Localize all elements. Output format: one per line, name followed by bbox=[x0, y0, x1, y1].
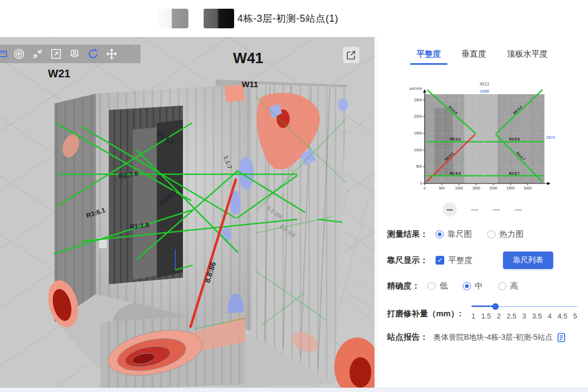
chart-carousel bbox=[387, 202, 577, 217]
pan-icon[interactable] bbox=[102, 45, 121, 63]
control-panel: 平整度 垂直度 顶板水平度 05001000150020002500300005… bbox=[376, 37, 588, 388]
radio-precision-medium-label: 中 bbox=[475, 281, 483, 291]
svg-text:0: 0 bbox=[420, 181, 422, 185]
radio-icon[interactable] bbox=[427, 282, 436, 290]
app-root: 4栋-3层-初测-5站点(1) bbox=[0, 0, 588, 392]
scan-thumbnail-dark bbox=[204, 9, 234, 28]
checkbox-icon[interactable]: ✓ bbox=[436, 256, 444, 265]
carousel-page-2[interactable] bbox=[471, 209, 479, 211]
svg-text:3486: 3486 bbox=[480, 89, 489, 94]
radio-icon[interactable] bbox=[463, 282, 471, 290]
ruler-list-button[interactable]: 靠尺列表 bbox=[503, 252, 553, 269]
polish-row: 打磨修补量（mm）: 1 1.5 2 2.5 3 3.5 4 4.5 5 bbox=[387, 303, 577, 320]
svg-text:R2:6.7: R2:6.7 bbox=[509, 171, 519, 175]
viewport-toolbar bbox=[0, 45, 140, 63]
precision-row: 精确度： 低 中 高 bbox=[387, 281, 577, 291]
site-report-label: 站点报告： bbox=[387, 332, 428, 342]
orbit-camera-icon[interactable] bbox=[65, 45, 84, 63]
svg-text:R4:5.8: R4:5.8 bbox=[509, 137, 519, 141]
checkbox-flatness-label: 平整度 bbox=[448, 255, 473, 266]
site-report-name: 奥体誉院B地块-4栋-3层-初测-5站点 bbox=[433, 333, 553, 342]
tick-label: 5 bbox=[573, 312, 577, 320]
radio-ruler-chart-label: 靠尺图 bbox=[448, 229, 472, 240]
polish-slider: 1 1.5 2 2.5 3 3.5 4 4.5 5 bbox=[471, 303, 577, 320]
fullscreen-icon[interactable] bbox=[47, 45, 65, 63]
measure-result-label: 测量结果： bbox=[387, 229, 428, 240]
svg-text:2500: 2500 bbox=[414, 98, 422, 102]
radio-ruler-chart[interactable]: 靠尺图 bbox=[436, 229, 472, 240]
wall-label-w21: W21 bbox=[48, 68, 70, 80]
tick-label: 4.5 bbox=[558, 312, 567, 320]
ruler-icon[interactable] bbox=[0, 45, 10, 63]
checkbox-flatness[interactable]: ✓ 平整度 bbox=[436, 255, 473, 266]
radio-icon[interactable] bbox=[498, 282, 506, 290]
panel-tabs: 平整度 垂直度 顶板水平度 bbox=[387, 49, 577, 65]
tick-label: 3.5 bbox=[532, 312, 542, 320]
carousel-page-4[interactable] bbox=[514, 209, 522, 211]
tab-ceiling-level[interactable]: 顶板水平度 bbox=[507, 49, 548, 65]
tick-label: 4 bbox=[548, 312, 552, 320]
report-document-icon[interactable] bbox=[557, 333, 566, 342]
svg-text:1000: 1000 bbox=[455, 186, 463, 190]
svg-text:1500: 1500 bbox=[472, 186, 480, 190]
polish-label: 打磨修补量（mm）: bbox=[387, 309, 462, 319]
radio-precision-high-label: 高 bbox=[510, 281, 518, 291]
viewport-3d[interactable]: W21 W41 W11 R2:7.6 R6:5.5 R3:6.1 R1:1.8 … bbox=[0, 37, 375, 388]
tab-verticality[interactable]: 垂直度 bbox=[462, 49, 486, 65]
tick-label: 1 bbox=[471, 312, 475, 320]
measure-result-row: 测量结果： 靠尺图 热力图 bbox=[387, 229, 577, 240]
radio-precision-low-label: 低 bbox=[439, 281, 448, 291]
slider-track[interactable] bbox=[471, 303, 577, 310]
svg-text:0: 0 bbox=[424, 186, 426, 190]
collapse-icon[interactable] bbox=[28, 45, 47, 63]
wall-measurement-chart: 0500100015002000250030000500100015002000… bbox=[408, 80, 556, 193]
ruler-display-row: 靠尺显示： ✓ 平整度 靠尺列表 bbox=[387, 252, 577, 269]
svg-text:2500: 2500 bbox=[506, 186, 514, 190]
radio-precision-high[interactable]: 高 bbox=[498, 281, 518, 291]
site-report-row: 站点报告： 奥体誉院B地块-4栋-3层-初测-5站点 bbox=[387, 332, 577, 342]
svg-text:R1:6.5: R1:6.5 bbox=[450, 171, 461, 175]
tick-label: 3 bbox=[522, 312, 526, 320]
radio-precision-low[interactable]: 低 bbox=[427, 281, 448, 291]
svg-text:2674: 2674 bbox=[546, 135, 555, 140]
svg-text:1000: 1000 bbox=[414, 148, 422, 152]
ruler-display-label: 靠尺显示： bbox=[387, 255, 428, 266]
carousel-page-1[interactable] bbox=[443, 203, 457, 217]
radio-precision-medium[interactable]: 中 bbox=[463, 281, 483, 291]
bottom-strip bbox=[0, 388, 588, 392]
svg-text:R5:3.0: R5:3.0 bbox=[450, 137, 461, 141]
room-scan-render bbox=[0, 37, 375, 388]
radio-icon[interactable] bbox=[487, 230, 495, 238]
slider-thumb[interactable] bbox=[492, 303, 499, 310]
tick-label: 1.5 bbox=[481, 312, 491, 320]
export-icon[interactable] bbox=[343, 47, 359, 63]
slider-tick-labels: 1 1.5 2 2.5 3 3.5 4 4.5 5 bbox=[471, 312, 577, 320]
title-bar: 4栋-3层-初测-5站点(1) bbox=[0, 0, 588, 37]
radio-icon[interactable] bbox=[436, 230, 444, 238]
svg-text:500: 500 bbox=[416, 164, 422, 168]
tick-label: 2.5 bbox=[506, 312, 516, 320]
svg-text:3000: 3000 bbox=[524, 186, 532, 190]
svg-text:W11: W11 bbox=[480, 81, 489, 87]
page-title: 4栋-3层-初测-5站点(1) bbox=[237, 12, 339, 25]
rotate-icon[interactable] bbox=[84, 45, 102, 63]
svg-text:2000: 2000 bbox=[414, 114, 422, 118]
svg-text:500: 500 bbox=[439, 186, 445, 190]
svg-text:1500: 1500 bbox=[414, 131, 422, 135]
wall-label-w11: W11 bbox=[242, 79, 258, 89]
tick-label: 2 bbox=[497, 312, 500, 320]
carousel-page-3[interactable] bbox=[493, 209, 500, 211]
svg-text:2000: 2000 bbox=[489, 186, 497, 190]
radio-heatmap[interactable]: 热力图 bbox=[487, 229, 524, 240]
wall-label-w41: W41 bbox=[233, 50, 264, 67]
tab-flatness[interactable]: 平整度 bbox=[416, 49, 441, 65]
target-icon[interactable] bbox=[10, 45, 28, 63]
precision-label: 精确度： bbox=[387, 281, 420, 291]
svg-text:unit:mm: unit:mm bbox=[409, 87, 422, 90]
radio-heatmap-label: 热力图 bbox=[499, 229, 524, 240]
scan-thumbnail-light bbox=[158, 9, 188, 28]
